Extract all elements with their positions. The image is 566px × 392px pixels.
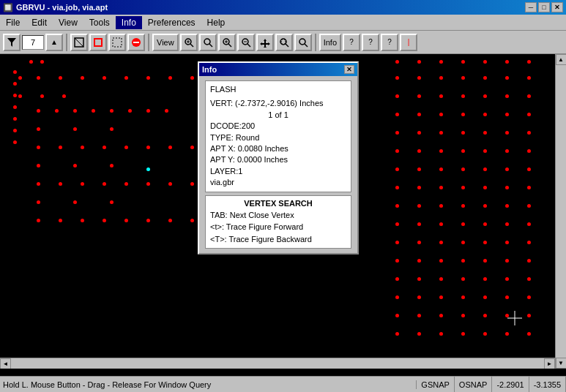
canvas-dot <box>461 222 465 226</box>
canvas-dot <box>483 149 487 153</box>
menu-tools[interactable]: Tools <box>83 16 116 29</box>
info-dialog-titlebar[interactable]: Info ✕ <box>199 63 357 76</box>
zoom-fit-button[interactable] <box>199 34 217 51</box>
info-close-button[interactable]: ✕ <box>344 65 354 74</box>
select-button[interactable] <box>70 34 88 51</box>
scroll-down-button[interactable]: ▼ <box>556 358 567 369</box>
canvas-dot <box>505 332 509 336</box>
zoom-all-button[interactable] <box>294 34 312 51</box>
canvas-dot <box>505 204 509 208</box>
canvas-dot <box>483 277 487 281</box>
toolbar: ▲ View Info ? ? ? | <box>0 31 566 54</box>
zoom-out-button[interactable] <box>237 34 255 51</box>
canvas-dot <box>461 113 465 116</box>
flash-label: FLASH <box>210 84 346 95</box>
view-label-btn[interactable]: View <box>152 34 179 51</box>
menu-view[interactable]: View <box>53 16 83 29</box>
canvas-dot <box>13 70 17 74</box>
menu-info[interactable]: Info <box>116 16 142 29</box>
zoom-in-button[interactable] <box>180 34 198 51</box>
canvas-dot <box>13 117 17 121</box>
select2-button[interactable] <box>108 34 126 51</box>
canvas-dot <box>483 60 487 64</box>
canvas-dot <box>37 164 40 167</box>
layer-input[interactable] <box>22 35 44 50</box>
pan-button[interactable] <box>256 34 274 51</box>
filter-button[interactable] <box>3 34 21 51</box>
svg-line-14 <box>228 44 231 47</box>
scroll-right-button[interactable]: ► <box>544 358 555 369</box>
svg-line-21 <box>286 44 288 47</box>
scroll-left-button[interactable]: ◄ <box>0 358 11 369</box>
canvas-dot <box>40 94 44 98</box>
canvas-dot <box>124 76 128 80</box>
canvas-dot <box>483 295 487 299</box>
canvas-dot <box>461 277 465 281</box>
canvas-dot <box>505 241 509 244</box>
canvas-dot <box>527 277 531 281</box>
tab-label: TAB: Next Close Vertex <box>210 209 346 222</box>
canvas-dot <box>417 149 421 153</box>
delete-button[interactable] <box>127 34 145 51</box>
info-toolbar-btn[interactable]: Info <box>319 34 341 51</box>
canvas-dot <box>73 127 77 131</box>
canvas-dot <box>527 113 531 116</box>
scroll-up-button[interactable]: ▲ <box>556 54 567 65</box>
canvas-dot <box>461 259 465 263</box>
help3-button[interactable]: ? <box>381 34 398 51</box>
close-button[interactable]: ✕ <box>551 2 563 12</box>
menu-help[interactable]: Help <box>201 16 231 29</box>
svg-line-18 <box>247 44 250 47</box>
menu-preferences[interactable]: Preferences <box>142 16 201 29</box>
sep1 <box>66 34 67 51</box>
status-message: Hold L. Mouse Button - Drag - Release Fo… <box>0 380 417 389</box>
canvas-dot <box>483 259 487 263</box>
osnap-field[interactable]: OSNAP <box>455 377 493 392</box>
canvas-dot <box>103 219 106 222</box>
zoom-window-button[interactable] <box>275 34 293 51</box>
app-icon: 🔲 <box>3 3 13 12</box>
menu-edit[interactable]: Edit <box>26 16 53 29</box>
canvas-dot <box>527 76 531 80</box>
scrollbar-right[interactable]: ▲ ▼ <box>555 54 566 369</box>
gsnap-field[interactable]: GSNAP <box>417 377 455 392</box>
canvas-dot <box>527 167 531 171</box>
svg-line-8 <box>190 44 193 47</box>
lt-label: <t>: Trace Figure Forward <box>210 221 346 233</box>
help1-button[interactable]: ? <box>343 34 360 51</box>
scrollbar-bottom[interactable]: ◄ ► <box>0 358 555 369</box>
canvas-dot <box>461 241 465 244</box>
canvas-dot <box>40 60 44 64</box>
dcode-label: DCODE:200 <box>210 121 346 132</box>
draw-button[interactable] <box>89 34 107 51</box>
canvas-dot <box>37 219 40 222</box>
layer-label: LAYER:1 <box>210 166 346 177</box>
canvas-dot <box>168 76 172 80</box>
minimize-button[interactable]: ─ <box>525 2 537 12</box>
menu-file[interactable]: File <box>0 16 26 29</box>
canvas-dot <box>110 164 113 167</box>
canvas-dot <box>73 109 77 113</box>
zoom-in2-button[interactable] <box>218 34 236 51</box>
canvas-dot <box>395 60 399 64</box>
canvas-dot <box>146 109 150 113</box>
canvas-dot <box>417 259 421 263</box>
canvas-dot <box>165 109 168 113</box>
title-bar-controls[interactable]: ─ □ ✕ <box>525 2 563 12</box>
canvas-dot <box>395 314 399 317</box>
canvas-dot <box>527 314 531 317</box>
canvas-dot <box>190 219 194 222</box>
canvas-dot <box>439 131 443 135</box>
canvas-area[interactable]: ▲ ▼ ◄ ► Info ✕ FLASH VERT: (-2.7372,-2.9… <box>0 54 566 369</box>
canvas-dot <box>59 76 62 80</box>
canvas-dot <box>168 146 172 149</box>
maximize-button[interactable]: □ <box>538 2 550 12</box>
help4-button[interactable]: | <box>400 34 417 51</box>
canvas-dot <box>395 94 399 98</box>
canvas-dot <box>417 76 421 80</box>
layer-up-button[interactable]: ▲ <box>45 34 63 51</box>
vertex-header: VERTEX SEARCH <box>210 199 346 208</box>
help2-button[interactable]: ? <box>362 34 379 51</box>
canvas-dot <box>146 167 150 171</box>
canvas-dot <box>37 76 40 80</box>
